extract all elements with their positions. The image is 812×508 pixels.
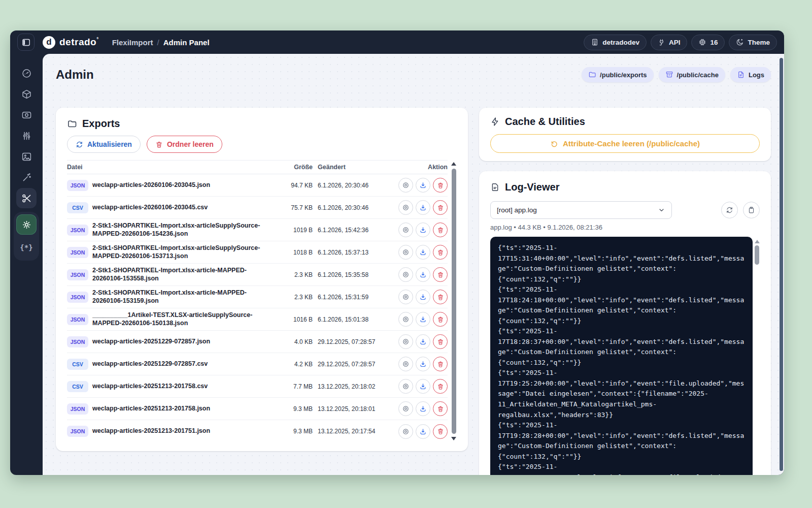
clear-cache-button[interactable]: Attribute-Cache leeren (/public/cache) <box>490 134 760 153</box>
table-row: JSON __________1Artikel-TEST.XLSX-articl… <box>67 308 448 331</box>
sidebar-item-admin-settings[interactable] <box>16 214 37 235</box>
scroll-up-arrow[interactable] <box>755 240 760 243</box>
view-file-button[interactable] <box>398 357 413 371</box>
trash-icon <box>437 227 444 234</box>
trash-icon <box>437 294 444 301</box>
log-line: {"ts":"2025-11-17T19:37:03+00:00","level… <box>498 462 745 475</box>
view-file-button[interactable] <box>398 401 413 416</box>
sidebar-item-settings-sliders[interactable] <box>16 125 37 146</box>
env-button[interactable]: detradodev <box>584 35 647 50</box>
api-button[interactable]: API <box>651 35 688 50</box>
download-file-button[interactable] <box>416 401 430 416</box>
sidebar-item-dashboard[interactable] <box>16 63 37 83</box>
clear-folder-button[interactable]: Ordner leeren <box>147 136 222 153</box>
log-line: {"ts":"2025-11-17T19:25:20+00:00","level… <box>498 368 745 420</box>
view-file-button[interactable] <box>398 200 413 215</box>
log-copy-button[interactable] <box>743 202 760 218</box>
table-row: JSON 2-Stk1-SHOPARTIKEL-Import.xlsx-arti… <box>67 241 448 264</box>
view-file-button[interactable] <box>398 290 413 304</box>
download-icon <box>419 271 427 278</box>
view-file-button[interactable] <box>398 178 413 193</box>
log-output: {"ts":"2025-11-17T15:31:40+00:00","level… <box>490 237 753 475</box>
scroll-up-arrow[interactable] <box>451 162 456 166</box>
view-icon <box>402 428 410 435</box>
clear-cache-label: Attribute-Cache leeren (/public/cache) <box>563 139 700 148</box>
delete-file-button[interactable] <box>433 312 448 327</box>
sidebar-item-images[interactable] <box>16 146 37 167</box>
download-file-button[interactable] <box>416 312 430 327</box>
view-file-button[interactable] <box>398 424 413 439</box>
sidebar-item-tools[interactable] <box>16 188 37 208</box>
view-file-button[interactable] <box>398 379 413 394</box>
sidebar-toggle-button[interactable] <box>17 34 35 51</box>
view-file-button[interactable] <box>398 223 413 237</box>
download-file-button[interactable] <box>416 178 430 193</box>
refresh-button[interactable]: Aktualisieren <box>67 136 141 153</box>
view-icon <box>402 248 410 256</box>
count-button[interactable]: 16 <box>691 35 725 50</box>
view-icon <box>402 293 410 301</box>
breadcrumb: FlexiImport / Admin Panel <box>112 38 210 47</box>
view-file-button[interactable] <box>398 312 413 327</box>
pill-logs[interactable]: Logs <box>730 67 771 82</box>
log-file-select[interactable]: [root] app.log <box>490 201 672 219</box>
log-scrollbar[interactable] <box>754 237 760 475</box>
view-file-button[interactable] <box>398 267 413 282</box>
scroll-down-arrow[interactable] <box>451 437 456 440</box>
file-date: 6.1.2026, 15:37:13 <box>313 249 389 256</box>
filetype-badge: JSON <box>67 247 88 258</box>
scrollbar-thumb[interactable] <box>755 245 759 265</box>
download-file-button[interactable] <box>416 290 430 304</box>
file-name: 2-Stk1-SHOPARTIKEL-Import.xlsx-articleSu… <box>92 244 274 260</box>
scrollbar-thumb[interactable] <box>452 169 456 434</box>
view-file-button[interactable] <box>398 334 413 349</box>
refresh-icon <box>726 206 733 214</box>
sidebar-item-packages[interactable] <box>16 84 37 104</box>
file-date: 6.1.2026, 15:42:36 <box>313 227 389 234</box>
document-icon <box>737 71 745 79</box>
delete-file-button[interactable] <box>433 245 448 260</box>
pill-public-cache[interactable]: /public/cache <box>659 67 725 82</box>
view-icon <box>402 405 410 412</box>
delete-file-button[interactable] <box>433 424 448 439</box>
delete-file-button[interactable] <box>433 379 448 394</box>
sidebar-item-custom-defs[interactable]: {*} <box>16 237 37 258</box>
table-scrollbar[interactable] <box>451 160 457 442</box>
breadcrumb-page: Admin Panel <box>163 38 210 47</box>
log-refresh-button[interactable] <box>721 202 738 218</box>
delete-file-button[interactable] <box>433 334 448 349</box>
view-icon <box>402 271 410 278</box>
file-name: weclapp-articles-20251213-201758.json <box>92 405 274 413</box>
delete-file-button[interactable] <box>433 267 448 282</box>
file-size: 2.3 KB <box>274 271 313 278</box>
download-file-button[interactable] <box>416 334 430 349</box>
clipboard-icon <box>748 206 755 214</box>
download-file-button[interactable] <box>416 357 430 371</box>
file-size: 94.7 KB <box>274 182 313 189</box>
download-file-button[interactable] <box>416 424 430 439</box>
file-size: 7.7 MB <box>274 383 313 390</box>
pill-public-exports[interactable]: /public/exports <box>582 67 653 82</box>
table-row: JSON weclapp-articles-20260106-203045.js… <box>67 174 448 197</box>
file-size: 75.7 KB <box>274 204 313 211</box>
sidebar-item-media[interactable] <box>16 105 37 125</box>
sidebar-item-wizard[interactable] <box>16 167 37 187</box>
download-icon <box>419 405 427 412</box>
delete-file-button[interactable] <box>433 200 448 215</box>
breadcrumb-app[interactable]: FlexiImport <box>112 38 153 47</box>
folder-icon <box>588 71 596 79</box>
download-file-button[interactable] <box>416 267 430 282</box>
trash-icon <box>437 204 444 211</box>
delete-file-button[interactable] <box>433 223 448 237</box>
download-file-button[interactable] <box>416 379 430 394</box>
download-file-button[interactable] <box>416 200 430 215</box>
theme-button[interactable]: Theme <box>729 35 777 50</box>
view-file-button[interactable] <box>398 245 413 260</box>
delete-file-button[interactable] <box>433 178 448 193</box>
download-file-button[interactable] <box>416 223 430 237</box>
window-scrollbar[interactable] <box>780 58 783 471</box>
delete-file-button[interactable] <box>433 401 448 416</box>
delete-file-button[interactable] <box>433 290 448 304</box>
download-file-button[interactable] <box>416 245 430 260</box>
delete-file-button[interactable] <box>433 357 448 371</box>
